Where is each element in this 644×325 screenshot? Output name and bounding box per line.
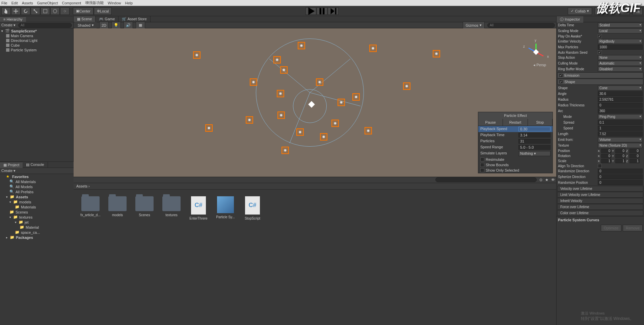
dropdown[interactable]: Cone [598,85,643,91]
x-field[interactable]: 0 [601,154,611,158]
fx-toggle[interactable]: ▦ [136,22,145,29]
hierarchy-item-camera[interactable]: Main Camera [0,33,73,38]
dropdown[interactable]: None [598,55,643,60]
fav-models[interactable]: 🔍 All Models [0,184,74,189]
textures-folder[interactable]: 📁 textures [0,215,74,220]
particle-check-show-only-selected[interactable]: Show Only Selected [478,168,553,173]
asset-fx-article-d-[interactable]: fx_article_d... [80,196,101,220]
z-field[interactable]: 0 [629,154,640,158]
y-field[interactable]: 0 [615,149,625,153]
dropdown[interactable]: Scaled [598,23,643,28]
orientation-gizmo[interactable]: x y z ◂ Persp [526,42,546,62]
checkbox[interactable] [598,164,602,168]
dropdown[interactable]: None (Texture 2D) [598,143,643,148]
hierarchy-tab[interactable]: ≡ Hierarchy [0,16,26,22]
account-dropdown[interactable]: Account ▾ [607,7,630,15]
scene-viewport[interactable]: x y z ◂ Persp Particle Effect Pause Rest… [74,28,556,177]
x-field[interactable]: 1 [601,159,611,163]
lighting-toggle[interactable]: 💡 [111,22,121,29]
hierarchy-item-light[interactable]: Directional Light [0,38,73,43]
jet-material-folder[interactable]: 📁 Material [0,225,74,230]
module-inherit-velocity[interactable]: Inherit Velocity [557,198,643,204]
y-field[interactable]: 1 [615,159,625,163]
asset-store-tab[interactable]: 🛒 Asset Store [118,16,150,22]
dropdown[interactable]: Volume [598,137,643,142]
particle-value-input[interactable]: Nothing ▾ [518,151,551,156]
project-create-button[interactable]: Create ▾ [1,169,16,173]
z-field[interactable]: 0 [629,149,640,153]
module-color-over-lifetime[interactable]: Color over Lifetime [557,210,643,216]
dropdown[interactable]: Automatic [598,61,643,66]
project-search-input[interactable] [435,177,537,182]
checkbox[interactable] [598,50,602,54]
particle-value-input[interactable]: 5.0 - 5.0 [518,145,551,150]
custom-tool-button[interactable] [60,7,70,15]
layers-dropdown[interactable]: La [633,7,643,15]
menu-gameobject[interactable]: GameObject [37,1,58,5]
transform-tool-button[interactable] [50,7,60,15]
asset-enterthrere[interactable]: C#EnterThrere [188,196,209,220]
rotate-tool-button[interactable] [21,7,30,15]
module-limit-velocity-over-lifetime[interactable]: Limit Velocity over Lifetime [557,192,643,198]
2d-toggle[interactable]: 2D [99,22,109,29]
dropdown[interactable]: Disabled [598,67,643,72]
scale-tool-button[interactable] [31,7,40,15]
particle-restart-button[interactable]: Restart [503,119,528,126]
dropdown[interactable]: Rigidbody [598,39,643,44]
hierarchy-search-input[interactable] [18,23,72,28]
menu-file[interactable]: File [1,1,7,5]
text-field[interactable]: 0 [598,169,643,174]
assets-folder[interactable]: 📁 Assets [0,194,74,199]
menu-window[interactable]: Window [108,1,121,5]
text-field[interactable]: 360 [598,108,643,114]
move-tool-button[interactable] [11,7,21,15]
text-field[interactable]: 0 [598,174,643,179]
scenes-folder[interactable]: 📁 Scenes [0,209,74,215]
dropdown[interactable]: Local [598,28,643,33]
emission-module-header[interactable]: Emission [557,72,643,78]
pivot-center-button[interactable]: ▣ Center [73,7,93,15]
scene-search-input[interactable] [487,23,555,28]
pause-button[interactable] [317,7,327,15]
text-field[interactable]: 0 [598,103,643,108]
favorite-icon[interactable]: ★ [545,178,548,182]
project-breadcrumb[interactable]: Assets › [74,183,556,190]
favorites-header[interactable]: ★Favorites [0,174,74,179]
pivot-local-button[interactable]: ⊕ Local [94,7,112,15]
materials-folder[interactable]: 📁 Materials [0,204,74,209]
menu-assets[interactable]: Assets [22,1,33,5]
x-field[interactable]: 0 [601,149,611,153]
hierarchy-item-particle[interactable]: Particle System [0,48,73,52]
packages-folder[interactable]: 📁 Packages [0,235,74,240]
fav-materials[interactable]: 🔍 All Materials [0,179,74,184]
z-field[interactable]: 1 [629,159,640,163]
particle-value-input[interactable]: 0.30 [518,127,551,131]
menu-edit[interactable]: Edit [11,1,18,5]
inspector-tab[interactable]: ⓘ Inspector [557,16,583,23]
scene-root[interactable]: 🎬 SampleScene* [0,28,73,33]
asset-particle-sy-[interactable]: Particle Sy... [215,196,236,220]
particle-pause-button[interactable]: Pause [478,119,503,126]
text-field[interactable]: 7.52 [598,131,643,136]
collab-dropdown[interactable]: ✓ Collab ▾ [568,7,592,15]
menu-help[interactable]: Help [125,1,133,5]
asset-textures[interactable]: textures [161,196,182,220]
fav-prefabs[interactable]: 🔍 All Prefabs [0,189,74,194]
menu-enhanced[interactable]: 增强版功能 [85,0,104,5]
module-force-over-lifetime[interactable]: Force over Lifetime [557,204,643,210]
checkbox[interactable] [598,34,602,38]
particle-value-input[interactable]: 31 [518,139,551,144]
hidden-icon[interactable]: 👁 [551,178,555,182]
cloud-button[interactable] [595,7,604,15]
particle-check-resimulate[interactable]: Resimulate [478,157,553,162]
hand-tool-button[interactable] [1,7,11,15]
particle-stop-button[interactable]: Stop [528,119,553,126]
hierarchy-item-cube[interactable]: Cube [0,43,73,48]
shading-dropdown[interactable]: Shaded ▾ [75,22,97,28]
project-tab[interactable]: ▦ Project [0,162,23,168]
audio-toggle[interactable]: 🔊 [124,22,133,29]
step-button[interactable] [328,7,339,15]
text-field[interactable]: 1 [598,126,643,131]
shape-module-header[interactable]: Shape [557,79,643,85]
dropdown[interactable]: Ping-Pong [598,114,643,119]
